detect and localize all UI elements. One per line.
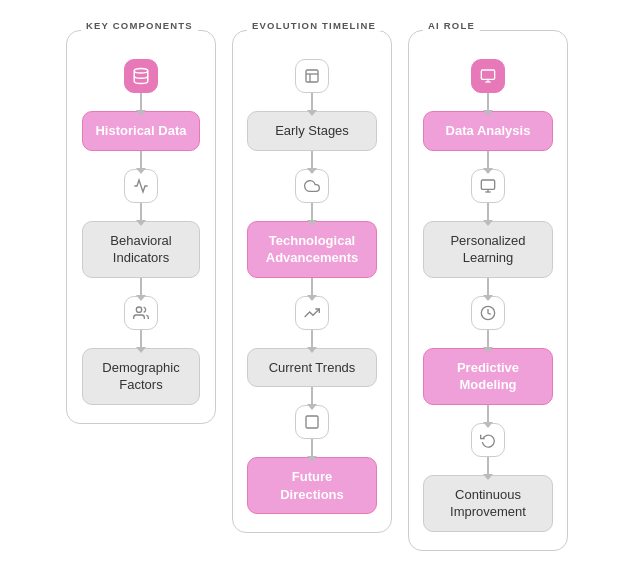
historical-data-icon [124,59,158,93]
node-group-data-analysis: Data Analysis [423,59,553,151]
current-trends-icon [295,296,329,330]
predictive-modeling-card: PredictiveModeling [423,348,553,405]
column-timeline-label: EVOLUTION TIMELINE [247,20,381,31]
node-group-historical: Historical Data [82,59,200,151]
node-group-future: FutureDirections [247,405,377,514]
current-trends-card: Current Trends [247,348,377,388]
demographic-icon [124,296,158,330]
behavioral-icon [124,169,158,203]
column-ai: AI ROLE Data Analysis PersonalizedLearni… [408,30,568,551]
personalized-learning-card: PersonalizedLearning [423,221,553,278]
personalized-learning-icon [471,169,505,203]
tech-advancements-icon [295,169,329,203]
svg-point-0 [134,69,148,74]
svg-point-1 [136,307,141,312]
column-timeline: EVOLUTION TIMELINE Early Stages Technolo… [232,30,392,533]
demographic-card: DemographicFactors [82,348,200,405]
continuous-improvement-card: ContinuousImprovement [423,475,553,532]
diagram-container: KEY COMPONENTS Historical Data Behaviora… [46,10,588,571]
node-group-predictive: PredictiveModeling [423,296,553,405]
node-group-current: Current Trends [247,296,377,388]
historical-data-card: Historical Data [82,111,200,151]
future-directions-icon [295,405,329,439]
svg-rect-6 [481,70,494,79]
column-components-label: KEY COMPONENTS [81,20,198,31]
svg-rect-2 [306,70,318,82]
behavioral-card: BehavioralIndicators [82,221,200,278]
node-group-continuous: ContinuousImprovement [423,423,553,532]
tech-advancements-card: TechnologicalAdvancements [247,221,377,278]
node-group-tech: TechnologicalAdvancements [247,169,377,278]
predictive-modeling-icon [471,296,505,330]
continuous-improvement-icon [471,423,505,457]
node-group-demographic: DemographicFactors [82,296,200,405]
node-group-early: Early Stages [247,59,377,151]
early-stages-icon [295,59,329,93]
node-group-personalized: PersonalizedLearning [423,169,553,278]
data-analysis-icon [471,59,505,93]
early-stages-card: Early Stages [247,111,377,151]
data-analysis-card: Data Analysis [423,111,553,151]
column-ai-label: AI ROLE [423,20,480,31]
svg-rect-5 [306,416,318,428]
svg-rect-9 [481,180,494,189]
future-directions-card: FutureDirections [247,457,377,514]
node-group-behavioral: BehavioralIndicators [82,169,200,278]
column-components: KEY COMPONENTS Historical Data Behaviora… [66,30,216,424]
